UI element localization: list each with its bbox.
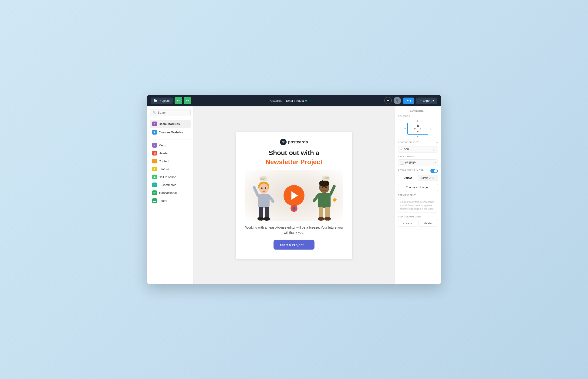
svg-rect-5 — [259, 207, 263, 218]
sidebar-item-header[interactable]: ▤ Header — [150, 149, 191, 157]
body-code-button[interactable]: <body> — [418, 220, 438, 227]
sidebar-item-menu[interactable]: ≡ Menu — [150, 141, 191, 149]
svg-point-21 — [322, 187, 323, 188]
sidebar-item-feature[interactable]: ★ Feature — [150, 165, 191, 173]
email-canvas: @ postcards Shout out with a Newsletter … — [236, 132, 352, 259]
avatar-badge: 👤 — [291, 205, 297, 212]
undo-icon: ↩ — [177, 99, 180, 102]
export-button[interactable]: ↗ Export ▾ — [416, 97, 437, 104]
redo-icon: ↪ — [186, 99, 189, 102]
logo-icon: @ — [280, 139, 287, 145]
sidebar: 🔍 A Basic Modules ✦ Custom Modules ≡ Men… — [147, 106, 194, 284]
search-box[interactable]: 🔍 — [150, 109, 191, 116]
top-bar: Projects ↩ ↪ Postcards › Email Project +… — [147, 95, 441, 106]
basic-modules-icon: A — [152, 122, 157, 126]
eye-icon: 👁 — [406, 99, 409, 102]
svg-text:★: ★ — [259, 219, 262, 221]
choose-image-button[interactable]: Choose an Image... — [398, 184, 438, 191]
search-icon: 🔍 — [153, 111, 156, 114]
cta-label: Call to Action — [159, 175, 176, 179]
svg-point-1 — [259, 183, 268, 194]
custom-modules-icon: ✦ — [152, 130, 157, 135]
bg-chevron-icon: ▾ — [434, 161, 436, 164]
custom-code-label: ADD CUSTOM CODE — [398, 216, 438, 218]
spacings-label: SPACINGS — [398, 115, 438, 117]
menu-icon: ≡ — [152, 143, 157, 148]
svg-line-16 — [314, 196, 318, 201]
avatar: 👤 — [394, 97, 401, 104]
bg-image-toggle[interactable] — [430, 169, 438, 173]
sidebar-item-content[interactable]: ☰ Content — [150, 157, 191, 165]
basic-modules-label: Basic Modules — [159, 122, 180, 126]
content-label: Content — [159, 159, 170, 163]
top-right-actions: + 👤 👁 ▾ ↗ Export ▾ — [384, 97, 437, 104]
undo-button[interactable]: ↩ — [175, 97, 182, 104]
background-label: BACKGROUND — [398, 155, 438, 158]
play-button[interactable] — [283, 185, 305, 206]
custom-code-buttons: <head> <body> — [398, 220, 438, 227]
header-label: Header — [159, 152, 169, 155]
preview-chevron: ▾ — [410, 99, 411, 102]
svg-rect-17 — [319, 207, 323, 218]
svg-rect-14 — [318, 193, 331, 208]
spacing-inner-bottom: 20 — [417, 130, 419, 133]
bg-color-swatch — [400, 161, 404, 165]
sidebar-item-cta[interactable]: ◉ Call to Action — [150, 173, 191, 181]
preview-text-label: PREVIEW TEXT — [398, 194, 438, 196]
sidebar-item-transactional[interactable]: ✉ Transactional — [150, 189, 191, 197]
email-logo: @ postcards — [245, 139, 343, 145]
bg-image-label: BACKGROUND IMAGE — [398, 169, 424, 171]
export-chevron: ▾ — [433, 99, 434, 102]
help-icon[interactable]: ? — [436, 142, 438, 145]
preview-button[interactable]: 👁 ▾ — [403, 97, 414, 104]
ecommerce-icon: 🛒 — [152, 183, 157, 187]
svg-line-4 — [270, 197, 273, 201]
redo-button[interactable]: ↪ — [184, 97, 191, 104]
preview-text-input[interactable]: Email preview text (preheader) is a smal… — [398, 198, 438, 213]
menu-label: Menu — [159, 144, 167, 147]
status-dot — [305, 100, 307, 101]
canvas-area[interactable]: @ postcards Shout out with a Newsletter … — [194, 106, 395, 284]
svg-line-15 — [331, 186, 334, 194]
video-container[interactable]: ★ — [245, 170, 343, 221]
breadcrumb: Postcards › Email Project — [193, 99, 382, 102]
sidebar-item-footer[interactable]: ▬ Footer — [150, 197, 191, 205]
svg-text:★: ★ — [326, 219, 328, 221]
container-width-field[interactable]: ↔ 500 px — [398, 146, 438, 153]
spacing-inner-box[interactable]: 20 0 0 20 — [407, 123, 428, 135]
panel-title: CONTAINER — [398, 110, 438, 112]
bg-color-value: #F4F4F4 — [405, 161, 433, 164]
direct-url-tab[interactable]: Direct URL — [418, 175, 438, 181]
email-content: @ postcards Shout out with a Newsletter … — [236, 132, 352, 259]
search-input[interactable] — [158, 111, 188, 114]
cta-button[interactable]: Start a Project → — [274, 240, 315, 250]
cta-label: Start a Project → — [280, 243, 308, 247]
add-button[interactable]: + — [384, 97, 392, 104]
spacing-top-outer: 0 — [417, 120, 418, 122]
svg-rect-28 — [260, 178, 265, 180]
sidebar-item-ecommerce[interactable]: 🛒 E-Commerce — [150, 181, 191, 189]
export-icon: ↗ — [419, 99, 422, 102]
head-code-button[interactable]: <head> — [398, 220, 417, 227]
footer-label: Footer — [159, 199, 168, 203]
background-color-picker[interactable]: #F4F4F4 ▾ — [398, 159, 438, 166]
svg-point-10 — [265, 187, 266, 189]
transactional-icon: ✉ — [152, 190, 157, 195]
main-layout: 🔍 A Basic Modules ✦ Custom Modules ≡ Men… — [147, 106, 441, 284]
custom-modules-item[interactable]: ✦ Custom Modules — [150, 128, 191, 136]
svg-point-23 — [333, 198, 337, 201]
svg-rect-6 — [265, 207, 269, 218]
ecommerce-label: E-Commerce — [159, 183, 177, 187]
upload-tab[interactable]: Upload — [398, 175, 418, 181]
transactional-label: Transactional — [159, 191, 177, 195]
feature-icon: ★ — [152, 167, 157, 171]
basic-modules-item[interactable]: A Basic Modules — [150, 120, 191, 128]
sidebar-divider — [150, 139, 191, 140]
svg-rect-18 — [325, 207, 330, 218]
width-icon: ↔ — [400, 148, 403, 151]
projects-button[interactable]: Projects — [151, 97, 173, 104]
spacing-inner-left: 0 — [414, 127, 416, 130]
spacing-bottom-outer: 0 — [417, 135, 418, 138]
background-image-toggle-row: BACKGROUND IMAGE — [398, 169, 438, 173]
svg-point-19 — [318, 217, 324, 221]
